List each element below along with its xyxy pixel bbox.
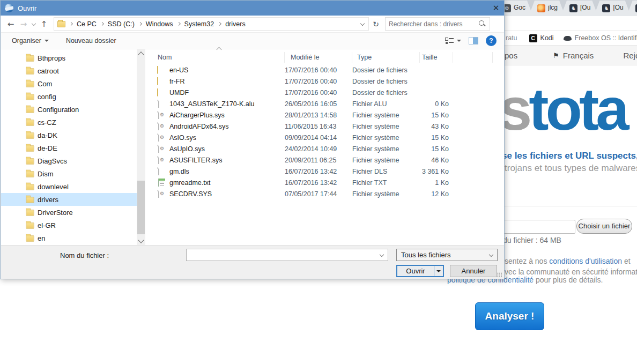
up-button[interactable]: ↑ — [38, 19, 50, 29]
tree-item[interactable]: config — [1, 90, 137, 103]
tree-item[interactable]: Com — [1, 77, 137, 90]
terms-of-use-link[interactable]: conditions d'utilisation — [549, 257, 622, 265]
filename-label: Nom du fichier : — [60, 251, 109, 259]
site-nav-join[interactable]: Rejoindre — [623, 51, 637, 60]
organize-button[interactable]: Organiser — [12, 37, 49, 44]
tree-item[interactable]: de-DE — [1, 142, 137, 154]
breadcrumb-item[interactable]: Ce PC — [77, 20, 97, 28]
filetype-select[interactable]: Tous les fichiers — [396, 249, 498, 261]
bookmark-item-truncated[interactable]: ratu — [506, 34, 517, 42]
tree-item[interactable]: drivers — [1, 193, 137, 206]
file-modified: 17/07/2016 00:40 — [285, 89, 352, 96]
dialog-title: Ouvrir — [18, 4, 36, 12]
file-row[interactable]: fr-FR 17/07/2016 00:40 Dossier de fichie… — [145, 76, 504, 87]
scrollbar-thumb[interactable] — [137, 181, 145, 234]
file-size: 12 Ko — [420, 190, 453, 198]
tree-item[interactable]: cs-CZ — [1, 116, 137, 129]
column-header-size[interactable]: Taille — [420, 52, 453, 63]
scroll-down-icon[interactable] — [138, 237, 144, 243]
tree-item-label: config — [38, 93, 56, 101]
browser-tab[interactable]: [Ou — [594, 0, 631, 16]
terms-text: sentez à nos conditions d'utilisation et… — [505, 256, 637, 277]
app-globe-icon — [5, 4, 13, 12]
help-icon[interactable]: ? — [486, 35, 497, 46]
filename-dropdown-icon[interactable] — [380, 252, 384, 256]
forward-button[interactable]: → — [17, 19, 30, 29]
tree-item[interactable]: da-DK — [1, 129, 137, 142]
file-icon — [158, 167, 159, 175]
breadcrumb-item[interactable]: drivers — [225, 20, 246, 28]
file-row[interactable]: AndroidAFDx64.sys 11/06/2015 16:43 Fichi… — [145, 121, 504, 132]
folder-icon — [26, 235, 34, 241]
page-tagline: trojans et tous types de malwares — [505, 163, 637, 174]
search-icon[interactable] — [478, 20, 486, 28]
back-button[interactable]: ← — [4, 19, 17, 29]
breadcrumb-item[interactable]: SSD (C:) — [108, 20, 135, 28]
tree-item-label: cs-CZ — [38, 118, 56, 127]
file-row[interactable]: gm.dls 16/07/2016 13:42 Fichier DLS 3 36… — [145, 166, 504, 177]
column-header-type[interactable]: Type — [352, 52, 420, 63]
file-row[interactable]: AsUpIO.sys 24/02/2014 10:49 Fichier syst… — [145, 143, 504, 154]
filename-input[interactable] — [187, 251, 378, 259]
search-input[interactable] — [386, 20, 478, 28]
tree-item[interactable]: DriverStore — [1, 206, 137, 219]
bookmark-item-kodi[interactable]: C Kodi — [529, 34, 554, 42]
file-modified: 07/05/2017 17:44 — [285, 190, 352, 198]
column-header-modified[interactable]: Modifié le — [285, 52, 352, 63]
browser-tab[interactable]: jlcg — [529, 0, 565, 16]
open-split-dropdown[interactable] — [434, 266, 443, 276]
folder-icon — [57, 21, 65, 27]
file-row[interactable]: ASUSFILTER.sys 20/09/2011 06:25 Fichier … — [145, 154, 504, 166]
dialog-titlebar[interactable]: Ouvrir ✕ — [1, 1, 504, 16]
file-row[interactable]: AiChargerPlus.sys 28/01/2013 14:58 Fichi… — [145, 109, 504, 121]
scroll-up-icon[interactable] — [138, 51, 144, 57]
tree-item-label: downlevel — [38, 183, 69, 191]
tree-item-label: DiagSvcs — [38, 157, 67, 165]
file-row[interactable]: en-US 17/07/2016 00:40 Dossier de fichie… — [145, 64, 504, 76]
command-bar: Organiser Nouveau dossier ? — [1, 33, 504, 49]
refresh-icon[interactable]: ↻ — [369, 20, 383, 28]
browser-tab[interactable] — [627, 0, 637, 16]
new-folder-button[interactable]: Nouveau dossier — [66, 37, 116, 44]
address-dropdown-icon[interactable] — [360, 21, 365, 25]
file-type: Fichier système — [352, 190, 420, 198]
resize-grip[interactable] — [497, 272, 502, 277]
file-row[interactable]: gmreadme.txt 16/07/2016 13:42 Fichier TX… — [145, 177, 504, 188]
tree-item[interactable]: el-GR — [1, 219, 137, 232]
view-mode-button[interactable] — [445, 37, 461, 44]
tree-item[interactable]: Configuration — [1, 103, 137, 116]
column-header-name[interactable]: Nom — [145, 52, 285, 63]
details-view-icon — [445, 37, 454, 44]
file-row[interactable]: SECDRV.SYS 07/05/2017 17:44 Fichier syst… — [145, 188, 504, 199]
history-dropdown-icon[interactable] — [32, 21, 36, 25]
tree-item[interactable]: DiagSvcs — [1, 154, 137, 167]
tree-item[interactable]: Bthprops — [1, 51, 137, 64]
choose-file-button[interactable]: Choisir un fichier — [576, 219, 632, 234]
close-icon[interactable]: ✕ — [488, 3, 504, 13]
site-nav-about[interactable]: pos — [505, 51, 517, 60]
cancel-button[interactable]: Annuler — [450, 265, 497, 277]
breadcrumb-item[interactable]: Windows — [146, 20, 173, 28]
tree-item[interactable]: en — [1, 232, 137, 244]
tab-label: Goc — [514, 4, 525, 11]
open-button[interactable]: Ouvrir — [396, 265, 444, 277]
file-row[interactable]: AsIO.sys 09/09/2014 04:14 Fichier systèm… — [145, 132, 504, 143]
tree-item[interactable]: catroot — [1, 64, 137, 77]
tree-scrollbar[interactable] — [137, 49, 145, 246]
breadcrumb-item[interactable]: System32 — [184, 20, 214, 28]
file-modified: 09/09/2014 04:14 — [285, 134, 352, 142]
file-modified: 17/07/2016 00:40 — [285, 66, 352, 74]
browser-tab[interactable]: [Ou — [561, 0, 598, 16]
system-file-icon — [158, 190, 159, 198]
preview-pane-icon[interactable] — [469, 37, 478, 44]
tree-item[interactable]: Dism — [1, 167, 137, 180]
site-nav-language[interactable]: ⚑ Français — [553, 51, 594, 60]
folder-icon — [26, 55, 34, 61]
file-row[interactable]: UMDF 17/07/2016 00:40 Dossier de fichier… — [145, 87, 504, 98]
tree-item[interactable]: downlevel — [1, 180, 137, 193]
tree-item-label: drivers — [38, 196, 58, 204]
file-row[interactable]: 1043_ASUSTeK_Z170-K.alu 26/05/2016 16:05… — [145, 98, 504, 109]
bookmark-label: Freebox OS :: Identific — [575, 34, 637, 42]
bookmark-item-freebox[interactable]: Freebox OS :: Identific — [564, 34, 637, 42]
analyze-button[interactable]: Analyser ! — [475, 302, 544, 330]
